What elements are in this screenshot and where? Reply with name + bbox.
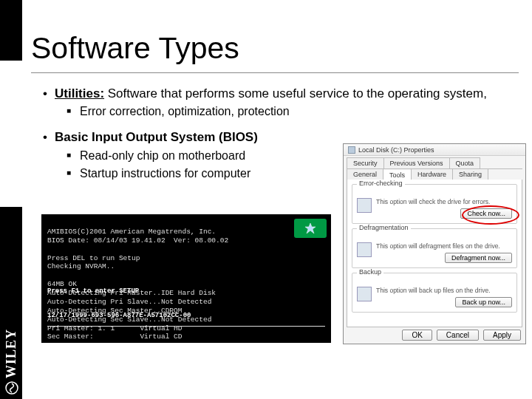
apply-button[interactable]: Apply [483,330,521,341]
bullet-square: ■ [66,149,74,163]
publisher-name: WILEY [4,329,19,378]
group-label: Defragmentation [357,224,411,231]
tools-pane: Error-checking This option will check th… [347,180,522,327]
subbullet-utilities: ■ Error correction, optimization, protec… [66,104,529,119]
page-title: Software Types [31,31,239,66]
group-desc: This option will back up files on the dr… [376,287,491,294]
dialog-buttons: OK Cancel Apply [402,330,521,341]
group-backup: Backup This option will back up files on… [352,273,517,313]
properties-dialog: Local Disk (C:) Properties Security Prev… [343,143,526,344]
backup-now-button[interactable]: Back up now... [455,297,512,307]
defragment-now-button[interactable]: Defragment now... [445,253,512,263]
utilities-text: Software that performs some useful servi… [104,86,487,100]
bullet-square: ■ [66,166,74,181]
tab-hardware[interactable]: Hardware [411,169,453,180]
corner-accent [0,0,22,61]
bios-label: Basic Input Output System (BIOS) [55,130,258,144]
dialog-titlebar: Local Disk (C:) Properties [344,144,525,156]
group-label: Backup [357,268,383,276]
tab-sharing[interactable]: Sharing [452,169,488,180]
title-underline [31,72,519,73]
cancel-button[interactable]: Cancel [437,330,479,341]
utilities-label: Utilities: [55,86,104,100]
dialog-title: Local Disk (C:) Properties [358,146,434,154]
svg-marker-0 [305,223,316,233]
bullet-utilities: • Utilities: Software that performs some… [41,86,529,101]
energy-badge-icon [294,219,327,238]
group-label: Error-checking [357,180,405,187]
group-desc: This option will defragment files on the… [376,242,500,250]
drive-icon [348,146,355,154]
bios-sub1: Read-only chip on motherboard [80,149,245,163]
group-defragmentation: Defragmentation This option will defragm… [352,228,517,268]
bullet-dot: • [41,86,49,101]
tab-quota[interactable]: Quota [449,157,481,168]
tab-general[interactable]: General [347,169,383,180]
defrag-icon [357,242,372,257]
backup-icon [357,287,372,301]
shield-disk-icon [357,198,372,213]
group-error-checking: Error-checking This option will check th… [352,184,517,224]
utilities-sub: Error correction, optimization, protecti… [80,104,290,119]
bullet-dot: • [41,129,49,145]
ok-button[interactable]: OK [402,330,432,341]
tab-security[interactable]: Security [347,157,384,168]
tabs-row-2: General Tools Hardware Sharing [347,169,522,180]
tab-tools[interactable]: Tools [383,170,412,180]
bios-screenshot: AMIBIOS(C)2001 American Megatrends, Inc.… [41,214,331,343]
tabs-row-1: Security Previous Versions Quota [347,157,522,169]
tab-previous-versions[interactable]: Previous Versions [383,157,450,168]
wiley-logo-icon [4,381,18,395]
check-now-button[interactable]: Check now... [460,208,512,219]
bios-footer: Press F1 to enter SETUP 12/17/1999-693-5… [47,270,191,337]
publisher-sidebar: WILEY [0,207,22,399]
group-desc: This option will check the drive for err… [376,198,490,205]
bullet-square: ■ [66,104,74,119]
bios-sub2: Startup instructions for computer [80,166,250,181]
